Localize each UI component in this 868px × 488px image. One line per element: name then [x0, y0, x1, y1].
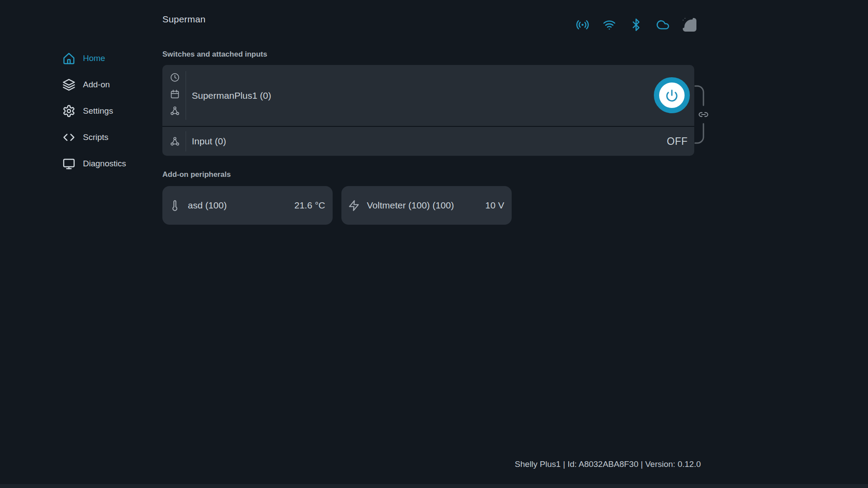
device-info-footer: Shelly Plus1 | Id: A8032ABA8F30 | Versio…	[515, 459, 701, 469]
input-row[interactable]: Input (0) OFF	[162, 127, 694, 156]
power-icon	[665, 89, 678, 102]
rss-feed-icon	[683, 18, 696, 32]
peripheral-value: 10 V	[485, 200, 504, 211]
peripheral-name: Voltmeter (100) (100)	[367, 200, 454, 211]
webhook-icon	[170, 136, 180, 147]
access-point-icon	[576, 18, 589, 32]
peripheral-card-temperature[interactable]: asd (100) 21.6 °C	[162, 186, 333, 225]
webhook-icon	[170, 106, 180, 116]
status-bar	[576, 18, 696, 32]
gear-icon	[62, 104, 75, 118]
peripheral-card-voltmeter[interactable]: Voltmeter (100) (100) 10 V	[341, 186, 512, 225]
divider	[186, 131, 186, 151]
input-state-badge: OFF	[667, 136, 688, 147]
sidebar-item-home[interactable]: Home	[62, 45, 163, 72]
sidebar: Home Add-on Settings	[62, 45, 163, 177]
layers-icon	[62, 78, 75, 91]
horizontal-scrollbar[interactable]	[0, 484, 868, 488]
shelly-device-page: Superman	[0, 0, 868, 488]
sidebar-item-label: Home	[83, 54, 105, 63]
calendar-icon	[170, 89, 180, 99]
schedule-icon	[170, 72, 180, 83]
sidebar-item-label: Add-on	[83, 80, 110, 90]
page-title: Superman	[162, 14, 206, 25]
sidebar-item-addon[interactable]: Add-on	[62, 72, 163, 98]
switch-row[interactable]: SupermanPlus1 (0)	[162, 65, 694, 126]
peripheral-value: 21.6 °C	[294, 200, 325, 211]
code-icon	[62, 131, 75, 144]
divider	[186, 71, 186, 120]
power-toggle-button[interactable]	[654, 77, 690, 113]
switches-section-title: Switches and attached inputs	[162, 50, 267, 59]
thermometer-icon	[169, 200, 181, 212]
wifi-icon	[603, 18, 616, 32]
peripherals-section-title: Add-on peripherals	[162, 170, 231, 179]
input-name: Input (0)	[192, 136, 226, 147]
sidebar-item-label: Settings	[83, 106, 113, 116]
peripherals-list: asd (100) 21.6 °C Voltmeter (100) (100) …	[162, 186, 512, 225]
link-icon	[698, 109, 709, 120]
switch-row-feature-icons	[170, 72, 180, 116]
switch-card: SupermanPlus1 (0) Input (0) OFF	[162, 65, 694, 156]
cloud-icon	[656, 18, 670, 32]
bluetooth-icon	[629, 18, 643, 32]
sidebar-item-diagnostics[interactable]: Diagnostics	[62, 151, 163, 177]
sidebar-item-label: Scripts	[83, 133, 108, 142]
sidebar-item-settings[interactable]: Settings	[62, 98, 163, 124]
home-icon	[62, 52, 75, 65]
sidebar-item-label: Diagnostics	[83, 159, 126, 169]
voltage-icon	[348, 200, 360, 212]
monitor-icon	[62, 157, 75, 170]
peripheral-name: asd (100)	[188, 200, 227, 211]
switch-name: SupermanPlus1 (0)	[192, 90, 271, 101]
sidebar-item-scripts[interactable]: Scripts	[62, 124, 163, 151]
